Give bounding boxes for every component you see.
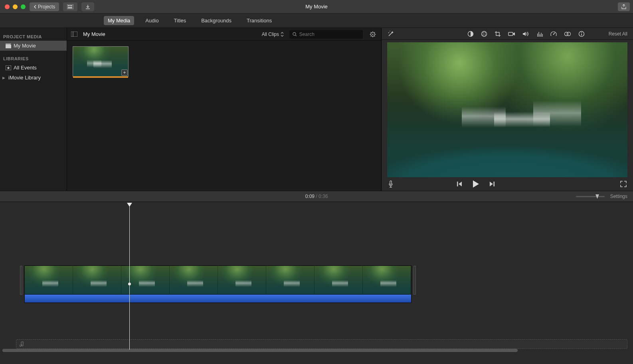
svg-line-10 — [295, 35, 297, 36]
enhance-wand-button[interactable] — [387, 30, 394, 38]
add-clip-button[interactable]: + — [121, 69, 128, 76]
media-clip-thumbnail[interactable]: + — [73, 46, 129, 77]
sidebar-item-my-movie[interactable]: My Movie — [0, 41, 67, 51]
speed-button[interactable] — [550, 31, 557, 37]
clip-frame — [121, 266, 170, 295]
svg-rect-2 — [69, 5, 71, 6]
clapperboard-icon — [6, 44, 11, 48]
svg-point-39 — [567, 32, 570, 36]
info-icon — [578, 31, 585, 37]
svg-point-26 — [483, 32, 483, 33]
search-field[interactable] — [289, 30, 363, 39]
sidebar-item-imovie-library[interactable]: ▶ iMovie Library — [0, 73, 67, 83]
skip-back-button[interactable] — [456, 181, 463, 187]
equalizer-icon — [537, 31, 543, 37]
search-icon — [293, 32, 297, 37]
volume-button[interactable] — [522, 31, 530, 37]
clip-info-button[interactable] — [578, 31, 585, 37]
timeline-settings-button[interactable]: Settings — [610, 194, 627, 199]
sidebar-toggle-icon[interactable] — [71, 32, 77, 37]
svg-rect-44 — [457, 182, 458, 186]
background-music-well[interactable] — [16, 339, 627, 349]
clips-filter-dropdown[interactable]: All Clips — [262, 32, 284, 37]
scrollbar-thumb[interactable] — [2, 349, 518, 352]
playback-bar — [382, 177, 633, 191]
video-preview[interactable] — [387, 42, 627, 177]
noise-reduction-button[interactable] — [537, 31, 543, 37]
all-events-label: All Events — [14, 65, 37, 71]
tab-titles[interactable]: Titles — [170, 16, 190, 25]
browser-header: My Movie All Clips — [67, 28, 381, 41]
chevron-left-icon — [34, 5, 36, 9]
media-browser: My Movie All Clips + — [67, 28, 382, 191]
color-correction-button[interactable] — [481, 31, 487, 37]
browser-settings-button[interactable] — [368, 30, 377, 39]
minimize-window-button[interactable] — [13, 4, 18, 9]
import-button[interactable] — [81, 2, 94, 11]
disclosure-triangle-icon[interactable]: ▶ — [2, 76, 5, 80]
back-to-projects-button[interactable]: Projects — [30, 2, 59, 11]
current-time: 0:09 — [305, 194, 315, 199]
zoom-window-button[interactable] — [21, 4, 26, 9]
window-traffic-lights — [5, 4, 26, 9]
clip-handle-right[interactable] — [413, 266, 416, 295]
crop-button[interactable] — [495, 31, 501, 37]
svg-point-37 — [553, 34, 554, 34]
timeline-video-clip[interactable] — [25, 266, 411, 295]
gear-icon — [370, 31, 376, 38]
clip-frame — [363, 266, 411, 295]
svg-point-9 — [293, 32, 296, 35]
time-readout: 0:09 / 0:36 — [305, 194, 328, 199]
reset-all-button[interactable]: Reset All — [609, 31, 627, 37]
fullscreen-button[interactable] — [620, 181, 627, 187]
play-icon — [472, 180, 479, 188]
stabilization-button[interactable] — [508, 31, 515, 37]
microphone-icon — [388, 180, 394, 188]
svg-rect-5 — [6, 45, 11, 48]
tab-transitions[interactable]: Transitions — [243, 16, 276, 25]
browser-body: + — [67, 41, 381, 191]
download-arrow-icon — [85, 4, 90, 9]
project-media-heading: PROJECT MEDIA — [0, 32, 67, 41]
clip-frame — [73, 266, 121, 295]
voiceover-button[interactable] — [388, 180, 394, 188]
svg-point-22 — [388, 32, 389, 33]
color-balance-button[interactable] — [467, 31, 474, 37]
speedometer-icon — [550, 31, 557, 37]
tab-backgrounds[interactable]: Backgrounds — [197, 16, 235, 25]
svg-line-18 — [374, 36, 375, 36]
tab-my-media[interactable]: My Media — [104, 16, 134, 25]
svg-line-19 — [374, 32, 375, 33]
timeline[interactable] — [0, 202, 633, 353]
clip-frame — [25, 266, 73, 295]
skip-forward-button[interactable] — [489, 181, 495, 187]
svg-point-28 — [483, 34, 483, 35]
svg-point-41 — [581, 32, 582, 33]
search-input[interactable] — [299, 32, 360, 37]
playhead[interactable] — [129, 204, 130, 350]
half-circle-icon — [467, 31, 474, 37]
timeline-header: 0:09 / 0:36 Settings — [0, 191, 633, 202]
close-window-button[interactable] — [5, 4, 10, 9]
timeline-audio-track[interactable] — [25, 295, 411, 303]
media-tabs-toolbar: My Media Audio Titles Backgrounds Transi… — [0, 14, 633, 28]
clip-filter-button[interactable] — [564, 31, 571, 37]
svg-point-29 — [485, 34, 485, 35]
sidebar-item-all-events[interactable]: All Events — [0, 63, 67, 73]
project-sidebar: PROJECT MEDIA My Movie LIBRARIES All Eve… — [0, 28, 67, 191]
clip-frame — [315, 266, 363, 295]
view-toggle-button[interactable] — [63, 2, 77, 11]
svg-point-12 — [372, 34, 373, 35]
sidebar-project-label: My Movie — [14, 43, 36, 49]
timeline-zoom-slider[interactable] — [576, 196, 605, 197]
clip-handle-left[interactable] — [20, 266, 22, 295]
tab-audio[interactable]: Audio — [141, 16, 162, 25]
viewer-toolbar: Reset All — [382, 28, 633, 40]
play-button[interactable] — [472, 180, 479, 188]
timeline-scrollbar[interactable] — [2, 349, 631, 352]
svg-rect-3 — [71, 5, 72, 6]
clip-frame — [170, 266, 218, 295]
share-button[interactable] — [618, 2, 630, 11]
clip-frame — [218, 266, 266, 295]
svg-rect-30 — [508, 32, 513, 36]
